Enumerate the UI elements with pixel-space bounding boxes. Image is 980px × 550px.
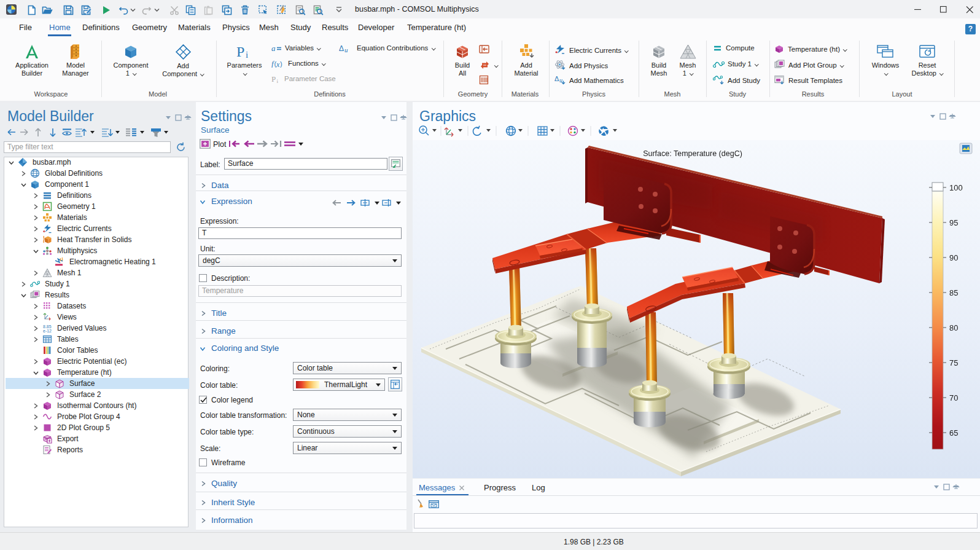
svg-text:85: 85 — [949, 288, 958, 297]
svg-text:P: P — [236, 44, 244, 60]
svg-text:i: i — [246, 50, 248, 60]
svg-text:Surface: Temperature (degC): Surface: Temperature (degC) — [643, 149, 742, 158]
svg-text:Δ: Δ — [339, 44, 344, 52]
svg-text:100: 100 — [949, 183, 963, 192]
svg-text:Δ: Δ — [554, 75, 559, 82]
svg-text:a: a — [271, 44, 276, 52]
svg-text:8.85: 8.85 — [43, 324, 52, 329]
svg-text:): ) — [280, 60, 282, 68]
svg-text:e-12: e-12 — [43, 329, 52, 333]
svg-text:70: 70 — [949, 393, 958, 403]
svg-text:P: P — [271, 75, 276, 83]
svg-text:95: 95 — [949, 218, 958, 227]
svg-text:65: 65 — [949, 428, 958, 438]
svg-text:u: u — [344, 46, 348, 53]
svg-text:x: x — [276, 60, 280, 68]
svg-text:80: 80 — [949, 323, 958, 332]
svg-text:i: i — [277, 78, 279, 83]
svg-text:75: 75 — [949, 358, 958, 367]
svg-text:90: 90 — [949, 253, 958, 262]
